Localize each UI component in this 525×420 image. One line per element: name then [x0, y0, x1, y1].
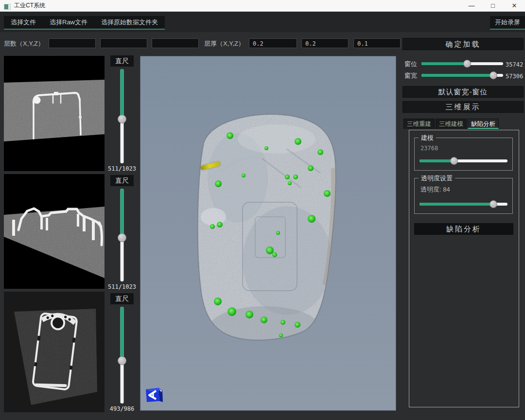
layers-x-input[interactable]	[49, 38, 96, 48]
slider-handle[interactable]	[450, 157, 458, 165]
default-window-button[interactable]: 默认窗宽-窗位	[402, 86, 524, 98]
window-level-slider[interactable]	[421, 59, 503, 68]
slider-handle[interactable]	[118, 115, 126, 123]
slider-fill	[420, 159, 454, 162]
ruler-button-3[interactable]: 直尺	[110, 293, 134, 304]
transparency-group-title: 透明度设置	[419, 174, 455, 183]
slider-fill	[121, 69, 124, 119]
defect-marker	[308, 215, 315, 223]
tab-3d-reconstruction[interactable]: 三维重建	[403, 119, 435, 129]
slider-handle[interactable]	[118, 233, 126, 242]
defect-marker	[215, 180, 222, 187]
layers-y-input[interactable]	[100, 38, 147, 48]
toolbar: 选择文件 选择Raw文件 选择原始数据文件夹 开始录屏	[0, 12, 525, 32]
slice-position-slider-2[interactable]	[117, 189, 127, 281]
ct-slice-frame-view[interactable]	[4, 292, 105, 412]
display-3d-button[interactable]: 三维展示	[402, 101, 524, 113]
analysis-tabbar: 三维重建 三维建模 缺陷分析	[403, 119, 499, 129]
ct-slice-top-view[interactable]	[4, 56, 105, 171]
slice-position-value-2: 511/1023	[108, 283, 136, 290]
defect-marker	[295, 138, 301, 145]
slice-slider-column-2: 直尺 511/1023	[106, 175, 138, 290]
industrial-ct-window: 工业CT系统 — □ ✕ 选择文件 选择Raw文件 选择原始数据文件夹 开始录屏…	[0, 0, 525, 420]
slider-fill	[421, 62, 467, 65]
modeling-slider[interactable]	[420, 157, 508, 165]
layers-label: 层数（X,Y,Z）	[4, 38, 44, 49]
start-recording-button[interactable]: 开始录屏	[490, 16, 525, 30]
viewport-3d[interactable]	[140, 56, 396, 411]
defect-marker	[217, 222, 223, 228]
defect-marker	[285, 175, 290, 179]
window-width-label: 窗宽	[404, 71, 417, 80]
defect-marker	[295, 322, 300, 328]
defect-marker	[280, 320, 285, 325]
slider-fill	[420, 203, 493, 206]
window-width-slider[interactable]	[421, 71, 503, 80]
file-button-group: 选择文件 选择Raw文件 选择原始数据文件夹	[4, 16, 165, 30]
slider-fill	[121, 189, 124, 238]
defect-marker	[214, 298, 222, 305]
defect-marker	[317, 149, 323, 155]
app-icon	[4, 3, 11, 9]
defect-marker	[210, 224, 215, 229]
transparency-value-label: 透明度: 84	[420, 185, 450, 194]
slice-slider-column-3: 直尺 493/986	[106, 293, 138, 412]
slice-position-slider-3[interactable]	[117, 307, 127, 403]
defect-marker	[227, 132, 233, 139]
layers-z-input[interactable]	[152, 38, 199, 48]
slider-handle[interactable]	[118, 356, 126, 365]
defect-marker	[272, 252, 277, 257]
slider-handle[interactable]	[463, 60, 471, 68]
slice-position-value-3: 493/986	[110, 405, 135, 412]
defect-marker	[324, 190, 331, 197]
confirm-load-button[interactable]: 确定加载	[402, 38, 524, 50]
defect-marker	[242, 174, 245, 177]
ct-slice-side-view[interactable]	[4, 174, 105, 289]
defect-marker	[264, 146, 268, 150]
slider-fill	[121, 307, 124, 361]
modeling-group-title: 建模	[419, 134, 436, 142]
tab-defect-analysis[interactable]: 缺陷分析	[468, 119, 499, 129]
defect-analysis-button[interactable]: 缺陷分析	[414, 223, 513, 235]
defect-marker	[308, 165, 314, 171]
defect-marker	[245, 311, 253, 318]
window-width-value: 57306	[506, 72, 523, 81]
slice-position-slider-1[interactable]	[117, 69, 127, 163]
select-raw-file-button[interactable]: 选择Raw文件	[43, 16, 94, 29]
maximize-button[interactable]: □	[482, 0, 504, 11]
transparency-groupbox: 透明度设置 透明度: 84	[414, 178, 513, 214]
ruler-button-1[interactable]: 直尺	[110, 55, 134, 67]
slider-handle[interactable]	[490, 200, 497, 208]
window-level-label: 窗位	[404, 60, 417, 69]
ruler-button-2[interactable]: 直尺	[110, 175, 134, 186]
thickness-label: 层厚（X,Y,Z）	[204, 38, 245, 49]
thickness-x-input[interactable]: 0.2	[249, 38, 297, 48]
defect-marker-streak	[200, 161, 221, 170]
defect-layer	[140, 56, 396, 410]
modeling-value: 23768	[420, 145, 438, 152]
defect-marker	[279, 333, 283, 337]
slice-position-value-1: 511/1023	[108, 165, 136, 172]
defect-marker	[288, 181, 292, 185]
defect-marker	[261, 316, 267, 323]
defect-marker	[293, 175, 298, 179]
modeling-groupbox: 建模 23768	[414, 138, 513, 171]
select-file-button[interactable]: 选择文件	[4, 16, 43, 29]
close-button[interactable]: ✕	[504, 0, 525, 11]
tab-content-frame	[409, 130, 519, 407]
slider-handle[interactable]	[490, 71, 497, 79]
thickness-y-input[interactable]: 0.2	[301, 38, 349, 48]
tab-3d-modeling[interactable]: 三维建模	[436, 119, 467, 129]
thickness-z-input[interactable]: 0.1	[353, 38, 401, 48]
defect-marker	[276, 231, 280, 235]
window-title: 工业CT系统	[14, 1, 45, 10]
transparency-slider[interactable]	[420, 200, 508, 209]
slice-slider-column-1: 直尺 511/1023	[106, 55, 138, 172]
orientation-cube-logo[interactable]	[144, 385, 163, 405]
select-raw-data-folder-button[interactable]: 选择原始数据文件夹	[94, 16, 165, 29]
minimize-button[interactable]: —	[461, 0, 482, 11]
window-level-value: 35742	[506, 60, 523, 69]
slider-fill	[421, 74, 493, 77]
defect-marker	[228, 307, 236, 316]
title-bar: 工业CT系统 — □ ✕	[0, 0, 525, 12]
